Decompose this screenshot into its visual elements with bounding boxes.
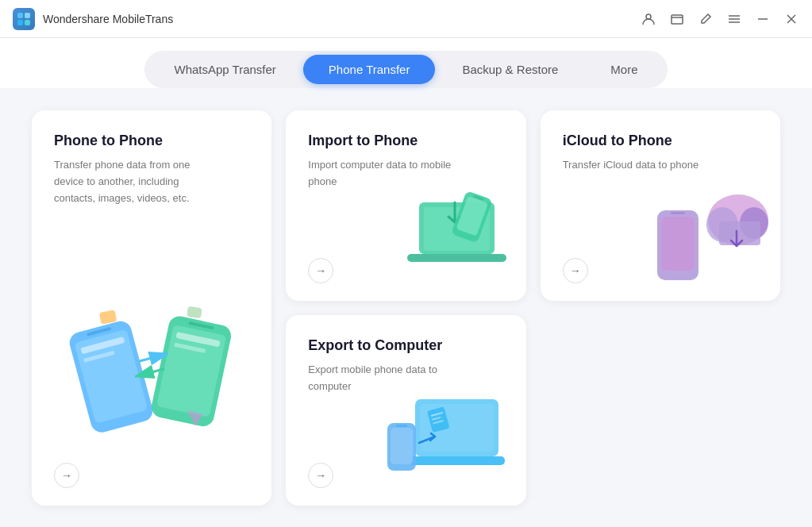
card-phone-to-phone-title: Phone to Phone xyxy=(54,133,249,149)
card-icloud-arrow[interactable]: → xyxy=(563,258,588,283)
card-phone-to-phone[interactable]: Phone to Phone Transfer phone data from … xyxy=(32,110,271,506)
app-title: Wondershare MobileTrans xyxy=(43,13,173,25)
card-icloud-desc: Transfer iCloud data to phone xyxy=(563,157,722,174)
nav-tabs: WhatsApp Transfer Phone Transfer Backup … xyxy=(144,51,667,88)
card-import-arrow[interactable]: → xyxy=(308,258,333,283)
card-import-to-phone[interactable]: Import to Phone Import computer data to … xyxy=(286,110,525,301)
export-illustration xyxy=(379,379,518,498)
app-icon xyxy=(13,8,35,30)
window-icon[interactable] xyxy=(669,11,685,27)
svg-rect-3 xyxy=(25,20,30,25)
close-button[interactable] xyxy=(783,11,799,27)
icloud-illustration xyxy=(649,179,772,293)
main-content: Phone to Phone Transfer phone data from … xyxy=(0,88,812,527)
import-illustration xyxy=(391,179,518,293)
card-import-title: Import to Phone xyxy=(308,133,503,149)
tab-whatsapp[interactable]: WhatsApp Transfer xyxy=(148,55,301,84)
cards-grid: Phone to Phone Transfer phone data from … xyxy=(32,110,780,506)
card-phone-to-phone-desc: Transfer phone data from one device to a… xyxy=(54,157,213,206)
svg-rect-40 xyxy=(409,456,505,465)
tab-more[interactable]: More xyxy=(585,55,663,84)
svg-point-4 xyxy=(646,14,651,19)
window-controls xyxy=(641,11,799,27)
svg-rect-1 xyxy=(25,13,30,18)
phone-to-phone-illustration xyxy=(64,275,239,450)
card-export-to-computer[interactable]: Export to Computer Export mobile phone d… xyxy=(286,315,525,506)
svg-rect-27 xyxy=(407,254,506,262)
svg-rect-24 xyxy=(187,306,202,318)
minimize-button[interactable] xyxy=(755,11,771,27)
profile-icon[interactable] xyxy=(641,11,656,27)
svg-rect-43 xyxy=(396,425,407,427)
titlebar: Wondershare MobileTrans xyxy=(0,0,812,38)
app-info: Wondershare MobileTrans xyxy=(13,8,173,30)
svg-rect-23 xyxy=(99,310,117,324)
card-icloud-title: iCloud to Phone xyxy=(563,133,758,149)
tab-backup-restore[interactable]: Backup & Restore xyxy=(437,55,583,84)
svg-rect-33 xyxy=(671,212,685,214)
svg-rect-0 xyxy=(17,13,23,18)
svg-rect-42 xyxy=(391,428,413,464)
card-export-arrow[interactable]: → xyxy=(308,463,333,488)
card-phone-to-phone-arrow[interactable]: → xyxy=(54,463,79,488)
svg-rect-32 xyxy=(661,217,695,271)
card-export-title: Export to Computer xyxy=(308,337,503,354)
tab-phone-transfer[interactable]: Phone Transfer xyxy=(303,55,436,84)
edit-icon[interactable] xyxy=(698,11,714,27)
svg-rect-2 xyxy=(17,20,23,25)
menu-icon[interactable] xyxy=(726,11,742,27)
svg-rect-5 xyxy=(672,15,683,24)
nav-container: WhatsApp Transfer Phone Transfer Backup … xyxy=(0,38,812,88)
card-icloud-to-phone[interactable]: iCloud to Phone Transfer iCloud data to … xyxy=(541,110,780,301)
